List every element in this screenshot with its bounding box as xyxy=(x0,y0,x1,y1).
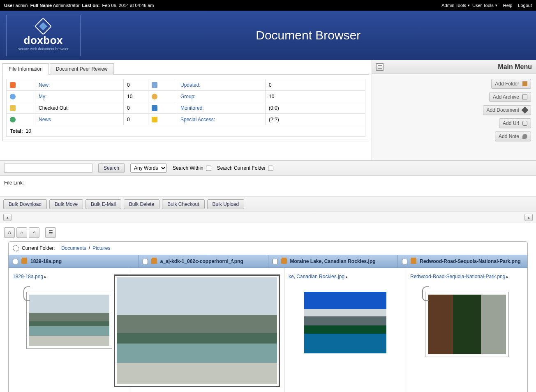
bulk-delete-button[interactable]: Bulk Delete xyxy=(124,199,159,209)
globe-icon xyxy=(10,117,16,122)
bulk-checkout-button[interactable]: Bulk Checkout xyxy=(162,199,204,209)
search-within-checkbox[interactable] xyxy=(206,166,211,171)
view-tree-button[interactable]: ☰ xyxy=(45,227,56,238)
search-current-checkbox[interactable] xyxy=(268,166,273,171)
view-home1-button[interactable]: ⌂ xyxy=(4,227,15,238)
thumbnail-body: 1829-18a.png ke, Canadian Rockies.jpg xyxy=(9,268,527,392)
file-0-link[interactable]: 1829-18a.png xyxy=(13,274,46,279)
logo-subtitle: secure web document browser xyxy=(18,47,69,51)
thumb-0[interactable] xyxy=(26,292,112,349)
home-icon: ⌂ xyxy=(32,230,35,235)
tab-document-peer-review[interactable]: Document Peer Review xyxy=(50,63,114,75)
thumb-2[interactable] xyxy=(304,292,386,353)
bulk-email-button[interactable]: Bulk E-Mail xyxy=(85,199,121,209)
logo-icon xyxy=(35,17,52,35)
my-link[interactable]: My: xyxy=(39,94,46,99)
thumb-3[interactable] xyxy=(425,292,509,357)
news-link[interactable]: News xyxy=(39,117,51,122)
special-value: (?:?) xyxy=(266,114,365,125)
collapse-left-button[interactable]: ▴ xyxy=(3,214,12,221)
file-3-header: Redwood-Road-Sequoia-National-Park.png xyxy=(420,258,520,264)
user-tools-dropdown[interactable]: User Tools xyxy=(472,3,497,8)
group-link[interactable]: Group: xyxy=(180,94,196,99)
file-1-header: a_aj-kdk-1_062c-copperhornl_f.png xyxy=(160,258,243,264)
select-file-2-checkbox[interactable] xyxy=(273,259,278,264)
logo-text: doxbox xyxy=(24,34,63,47)
news-value: 0 xyxy=(124,114,148,125)
add-url-button[interactable]: Add Url xyxy=(499,118,531,128)
file-0-header: 1829-18a.png xyxy=(30,258,62,264)
new-link[interactable]: New: xyxy=(39,82,50,88)
select-file-3-checkbox[interactable] xyxy=(402,259,407,264)
tab-file-information[interactable]: File Information xyxy=(2,63,49,75)
logout-link[interactable]: Logout xyxy=(518,3,532,8)
main-row: File Information Document Peer Review Ne… xyxy=(0,60,536,160)
stats-table: New: 0 Updated: 0 My: 10 Group: 10 Check xyxy=(6,79,365,137)
thumb-2-image xyxy=(304,292,386,353)
add-note-button[interactable]: Add Note xyxy=(495,131,531,141)
select-file-0-checkbox[interactable] xyxy=(13,259,18,264)
logo: doxbox secure web document browser xyxy=(6,15,81,56)
file-link-label: File Link: xyxy=(4,180,24,186)
main-menu-header: Main Menu xyxy=(372,60,536,74)
thumb-3-image xyxy=(428,295,506,354)
file-icon xyxy=(411,259,416,264)
bulk-row: Bulk Download Bulk Move Bulk E-Mail Bulk… xyxy=(0,197,536,212)
crumb-documents[interactable]: Documents xyxy=(61,245,86,251)
file-icon xyxy=(281,259,287,264)
view-row: ⌂ ⌂ ⌂ ☰ xyxy=(0,223,536,240)
bulk-move-button[interactable]: Bulk Move xyxy=(49,199,83,209)
group-value: 10 xyxy=(266,91,365,102)
monitored-link[interactable]: Monitored: xyxy=(180,105,204,111)
crumb-pictures[interactable]: Pictures xyxy=(92,245,110,251)
search-button[interactable]: Search xyxy=(98,163,125,173)
add-document-button[interactable]: Add Document xyxy=(483,105,531,115)
file-2-header: Moraine Lake, Canadian Rockies.jpg xyxy=(290,258,376,264)
new-icon xyxy=(10,82,16,88)
thumb-cell-1 xyxy=(130,268,284,392)
main-menu-title: Main Menu xyxy=(498,63,532,71)
select-file-1-checkbox[interactable] xyxy=(143,259,148,264)
right-column: Main Menu Add Folder Add Archive Add Doc… xyxy=(372,60,536,160)
gear-icon[interactable] xyxy=(13,245,19,251)
tree-icon: ☰ xyxy=(49,230,53,235)
monitor-icon xyxy=(152,105,157,111)
archive-icon xyxy=(522,95,527,99)
search-mode-select[interactable]: Any Words xyxy=(130,164,167,173)
special-link[interactable]: Special Access: xyxy=(180,117,215,122)
updated-link[interactable]: Updated: xyxy=(180,82,201,88)
home-icon: ⌂ xyxy=(8,230,11,235)
search-current-label: Search Current Folder xyxy=(217,165,274,171)
monitored-value: (0:0) xyxy=(266,102,365,114)
pin-icon xyxy=(522,134,527,139)
my-value: 10 xyxy=(124,91,148,102)
user-value: admin xyxy=(16,3,28,8)
info-panel: New: 0 Updated: 0 My: 10 Group: 10 Check xyxy=(2,74,369,141)
link-icon xyxy=(522,121,527,126)
thumb-1-enlarged[interactable] xyxy=(114,274,280,387)
folder-plus-icon xyxy=(522,81,527,86)
thumbnail-header: 1829-18a.png a_aj-kdk-1_062c-copperhornl… xyxy=(9,255,527,268)
add-folder-button[interactable]: Add Folder xyxy=(491,79,531,89)
search-input[interactable] xyxy=(4,164,92,173)
menu-grid-icon[interactable] xyxy=(376,63,384,71)
bulk-upload-button[interactable]: Bulk Upload xyxy=(207,199,245,209)
current-folder-label: Current Folder: xyxy=(22,245,55,251)
add-archive-button[interactable]: Add Archive xyxy=(489,92,531,102)
star-icon xyxy=(152,117,157,122)
file-icon xyxy=(151,259,157,264)
view-home2-button[interactable]: ⌂ xyxy=(16,227,27,238)
topbar: User admin Full Name Administrator Last … xyxy=(0,0,536,11)
view-home3-button[interactable]: ⌂ xyxy=(29,227,39,238)
search-within-label: Search Within xyxy=(173,165,211,171)
help-link[interactable]: Help xyxy=(503,3,513,8)
file-3-link[interactable]: Redwood-Road-Sequoia-National-Park.png xyxy=(410,274,508,279)
bulk-download-button[interactable]: Bulk Download xyxy=(3,199,47,209)
collapse-right-button[interactable]: ▴ xyxy=(524,214,533,221)
admin-tools-dropdown[interactable]: Admin Tools xyxy=(441,3,470,8)
new-value: 0 xyxy=(124,79,148,91)
document-browser: Current Folder: Documents / Pictures 182… xyxy=(8,241,528,392)
info-tabs: File Information Document Peer Review xyxy=(2,63,369,75)
file-2-link[interactable]: ke, Canadian Rockies.jpg xyxy=(289,274,348,279)
total-label: Total: xyxy=(10,128,23,134)
